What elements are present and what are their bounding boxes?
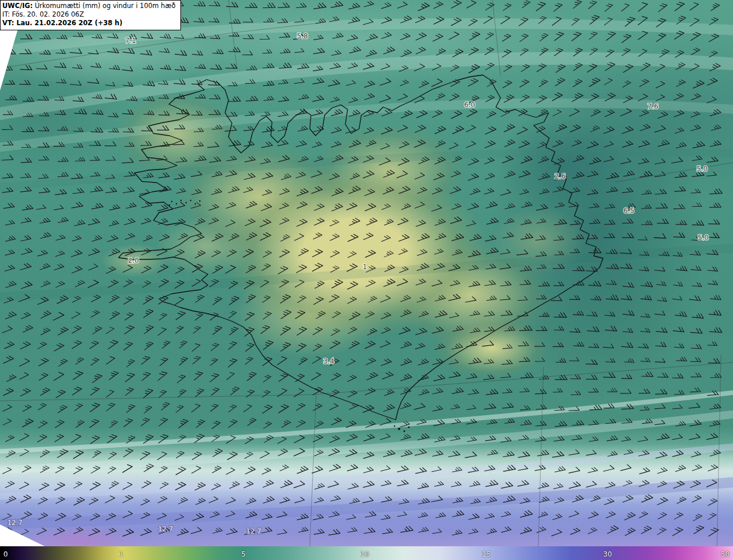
- wind-barb: [655, 310, 665, 316]
- wind-barb: [466, 77, 478, 86]
- wind-barb: [195, 94, 206, 98]
- wind-barb: [450, 404, 460, 409]
- wind-barb: [210, 325, 222, 335]
- wind-barb: [346, 250, 356, 257]
- wind-barb: [451, 387, 463, 393]
- wind-barb: [140, 479, 151, 488]
- wind-barb: [192, 370, 203, 380]
- wind-barb: [52, 370, 64, 380]
- wind-barb: [657, 219, 669, 223]
- wind-barb: [123, 81, 133, 86]
- wind-barb: [211, 264, 223, 274]
- wind-barb: [139, 416, 150, 425]
- wind-barb: [157, 356, 168, 366]
- wind-barb: [263, 81, 274, 85]
- wind-barb: [554, 313, 567, 318]
- wind-barb: [380, 326, 391, 333]
- wind-barb: [345, 420, 356, 428]
- wind-barb: [209, 18, 219, 22]
- wind-barb: [638, 343, 649, 348]
- wind-barb: [381, 371, 393, 379]
- wind-barb: [21, 404, 31, 412]
- wind-barb: [226, 156, 237, 161]
- wind-barb: [484, 311, 495, 316]
- wind-barb: [294, 342, 306, 352]
- wind-barb: [209, 110, 220, 115]
- wind-barb: [2, 355, 14, 364]
- wind-barb: [309, 371, 321, 380]
- wind-barb: [37, 420, 48, 428]
- wind-barb: [622, 282, 634, 287]
- wind-barb: [348, 46, 361, 53]
- wind-barb: [107, 48, 119, 53]
- wind-barb: [107, 451, 117, 459]
- wind-barb: [692, 220, 704, 225]
- wind-barb: [260, 356, 272, 366]
- wind-barb: [586, 311, 598, 317]
- wind-barb: [18, 372, 28, 380]
- wind-barb: [54, 250, 65, 257]
- wind-barb: [20, 235, 31, 241]
- wind-barb: [140, 265, 151, 273]
- wind-barb: [569, 124, 581, 132]
- contour-label: 2.6: [554, 172, 565, 180]
- wind-barb: [586, 375, 598, 380]
- wind-barb: [587, 189, 598, 195]
- wind-barb: [364, 357, 376, 365]
- wind-barb: [641, 313, 651, 317]
- wind-barb: [396, 124, 408, 132]
- wind-barb: [190, 342, 200, 351]
- wind-barb: [451, 203, 461, 209]
- wind-barb: [104, 401, 115, 411]
- wind-barb: [276, 436, 286, 444]
- wind-barb: [159, 94, 169, 98]
- wind-barb: [52, 342, 64, 351]
- wind-barb: [365, 139, 376, 146]
- wind-barb: [674, 187, 685, 192]
- wind-barb: [90, 373, 102, 383]
- wind-barb: [501, 79, 511, 88]
- wind-barb: [242, 51, 253, 55]
- wind-barb: [88, 496, 98, 504]
- wind-barb: [482, 341, 494, 346]
- wind-barb: [70, 48, 82, 54]
- wind-barb: [432, 388, 443, 394]
- wind-barb: [364, 249, 376, 257]
- wind-barb: [139, 527, 151, 535]
- wind-barb: [364, 279, 375, 286]
- wind-barb: [107, 480, 119, 488]
- wind-barb: [672, 374, 683, 378]
- map-title-line: UWC/IG: Úrkomumætti (mm) og vindur i 100…: [2, 2, 176, 10]
- wind-barb: [502, 232, 514, 238]
- wind-barb: [88, 434, 100, 444]
- wind-barb: [466, 373, 477, 379]
- wind-barb: [348, 97, 357, 102]
- wind-barb: [451, 481, 462, 487]
- wind-barb: [20, 65, 32, 70]
- wind-barb: [502, 360, 513, 364]
- wind-barb: [674, 391, 684, 395]
- wind-barb: [518, 296, 527, 300]
- wind-barb: [293, 232, 304, 240]
- wind-barb: [708, 266, 718, 271]
- wind-barb: [52, 311, 64, 320]
- wind-barb: [572, 171, 584, 178]
- wind-barb: [603, 141, 613, 147]
- wind-barb: [313, 3, 326, 9]
- wind-barb: [641, 221, 652, 225]
- wind-barb: [21, 324, 33, 332]
- wind-barb: [56, 326, 68, 335]
- wind-barb: [90, 449, 101, 458]
- wind-barb: [211, 464, 222, 472]
- wind-barb: [449, 0, 461, 8]
- wind-barb: [467, 30, 480, 40]
- wind-barb: [603, 343, 614, 348]
- wind-barb: [107, 247, 120, 256]
- wind-barb: [295, 171, 306, 178]
- wind-barb: [434, 140, 446, 147]
- wind-barb: [70, 385, 81, 395]
- wind-barb: [313, 48, 325, 53]
- wind-barb: [654, 233, 666, 238]
- wind-barb: [413, 139, 425, 147]
- wind-barb: [589, 203, 599, 208]
